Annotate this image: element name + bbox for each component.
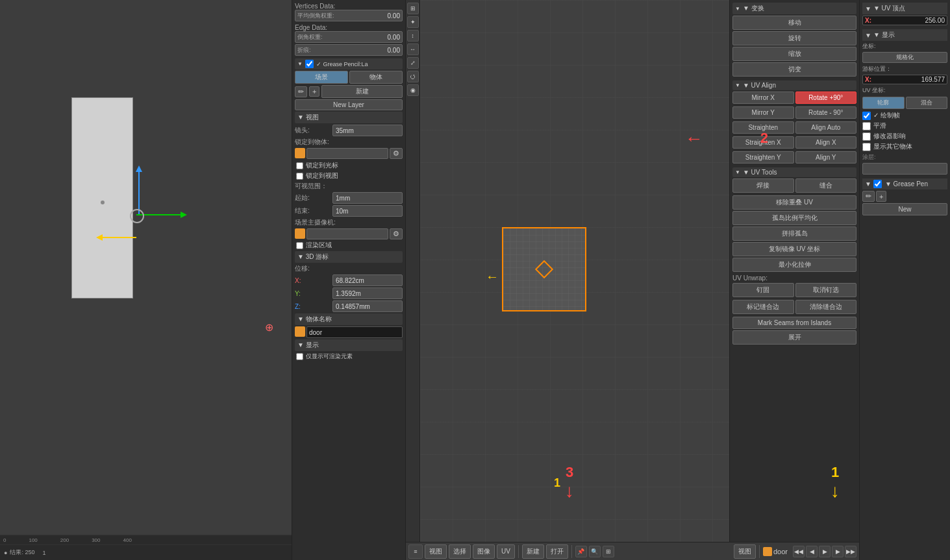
modifier-checkbox[interactable]	[862, 132, 871, 141]
rotate-btn[interactable]: 旋转	[732, 31, 856, 45]
mirror-x-btn[interactable]: Mirror X	[732, 91, 794, 104]
mark-seams-islands-btn[interactable]: Mark Seams from Islands	[732, 317, 856, 329]
object-btn[interactable]: 物体	[349, 71, 403, 84]
unpin-btn[interactable]: 取消钉选	[795, 283, 857, 297]
uv-strip-btn-5[interactable]: ⤢	[407, 57, 419, 69]
uv-strip-btn-2[interactable]: ✦	[407, 16, 419, 28]
uv-canvas[interactable]: ← 1	[420, 0, 729, 542]
viewport-3d[interactable]: ⊕ 0 100 200 300 400 ● 结果: 250 1	[0, 0, 292, 560]
display-header[interactable]: ▼ 显示	[295, 339, 403, 351]
new-layer-button[interactable]: New Layer	[295, 99, 403, 110]
grease-pen-plus-btn[interactable]: +	[876, 191, 886, 202]
normalize-btn[interactable]: 规格化	[862, 52, 947, 63]
straighten-y-btn[interactable]: Straighten Y	[732, 151, 794, 164]
only-render-checkbox[interactable]	[296, 353, 303, 360]
lock-cursor-checkbox[interactable]	[296, 162, 303, 169]
uv-strip-btn-4[interactable]: ↔	[407, 43, 419, 55]
grease-pen-checkbox[interactable]	[873, 180, 882, 188]
paint-icon-btn[interactable]: ✏	[295, 86, 307, 97]
grease-pen-header[interactable]: ▼ ▼ Grease Pen	[862, 178, 947, 189]
uv-align-header[interactable]: ▼ ▼ UV Align	[732, 80, 856, 90]
grease-pencil-checkbox[interactable]	[305, 60, 314, 68]
grease-pencil-header[interactable]: ▼ ✓ Grease Pencil:La	[295, 58, 403, 69]
remove-duplicate-btn[interactable]: 移除重叠 UV	[732, 195, 856, 210]
pin-btn[interactable]: 钉固	[732, 283, 794, 297]
island-scale-btn[interactable]: 孤岛比例平均化	[732, 211, 856, 225]
pack-islands-btn[interactable]: 拼排孤岛	[732, 226, 856, 241]
uv-strip-btn-7[interactable]: ◉	[407, 84, 419, 96]
uv-x-coord[interactable]: X: 256.00	[862, 16, 947, 25]
z-coord-row[interactable]: Z: 0.14857mm	[295, 300, 403, 312]
tab-blend[interactable]: 混合	[906, 97, 948, 109]
straighten-btn[interactable]: Straighten	[732, 121, 794, 134]
clear-seam-btn[interactable]: 清除缝合边	[795, 300, 857, 314]
mirror-y-btn[interactable]: Mirror Y	[732, 106, 794, 119]
uv-open-btn[interactable]: 打开	[546, 544, 568, 559]
uv-zoom-icon[interactable]: 🔍	[589, 546, 601, 557]
view-section-header[interactable]: ▼ 视图	[295, 112, 403, 123]
lock-view-checkbox[interactable]	[296, 173, 303, 180]
uv-view-btn2[interactable]: 视图	[734, 544, 756, 559]
transform-header[interactable]: ▼ ▼ 变换	[732, 3, 856, 14]
rotate-minus90-btn[interactable]: Rotate - 90°	[795, 106, 857, 119]
grease-new-btn[interactable]: New	[862, 203, 947, 215]
layer-bar[interactable]	[862, 163, 947, 175]
uv-mode-icon[interactable]: ≡	[408, 544, 423, 559]
uv-grid-icon[interactable]: ⊞	[603, 546, 614, 557]
align-auto-btn[interactable]: Align Auto	[795, 121, 857, 134]
y-coord-row[interactable]: Y: 1.3592m	[295, 287, 403, 299]
uv-select-btn[interactable]: 选择	[449, 544, 471, 559]
scale-btn[interactable]: 缩放	[732, 47, 856, 61]
uv-strip-btn-3[interactable]: ↕	[407, 30, 419, 42]
uv-nav-3[interactable]: ▶	[832, 546, 844, 557]
lock-object-settings[interactable]: ⚙	[390, 148, 403, 159]
mark-seam-btn[interactable]: 标记缝合边	[732, 300, 794, 314]
uv-strip-btn-6[interactable]: ⭯	[407, 71, 419, 82]
shear-btn[interactable]: 切变	[732, 62, 856, 77]
x-coord-row[interactable]: X: 68.822cm	[295, 274, 403, 286]
weld-btn[interactable]: 焊接	[732, 178, 794, 193]
uv-new-btn[interactable]: 新建	[522, 544, 544, 559]
uv-display-header[interactable]: ▼ ▼ 显示	[862, 29, 947, 41]
object-name-header[interactable]: ▼ 物体名称	[295, 313, 403, 325]
uv-pin-icon[interactable]: 📌	[575, 546, 587, 557]
uv-view-btn[interactable]: 视图	[425, 544, 447, 559]
lens-row[interactable]: 镜头: 35mm	[295, 125, 403, 136]
align-y-btn[interactable]: Align Y	[795, 151, 857, 164]
align-x-btn[interactable]: Align X	[795, 136, 857, 149]
rotate-plus90-btn[interactable]: Rotate +90°	[795, 91, 857, 104]
bevel-weight-row[interactable]: 倒角权重: 0.00	[295, 31, 403, 43]
paint-checkbox[interactable]	[862, 112, 871, 120]
unfold-btn[interactable]: 展开	[732, 330, 856, 345]
start-row[interactable]: 起始: 1mm	[295, 192, 403, 204]
uv-nav-2[interactable]: ◀	[806, 546, 818, 557]
uv-vertex-header[interactable]: ▼ ▼ UV 顶点	[862, 3, 947, 14]
render-region-checkbox[interactable]	[296, 242, 303, 249]
object-name-input[interactable]	[306, 326, 403, 338]
lock-object-btn[interactable]	[306, 148, 388, 159]
minimize-stretch-btn[interactable]: 最小化拉伸	[732, 258, 856, 272]
straighten-x-btn[interactable]: Straighten X	[732, 136, 794, 149]
camera-btn[interactable]	[306, 228, 388, 239]
uv-nav-4[interactable]: ▶▶	[845, 546, 856, 557]
crease-row[interactable]: 折痕: 0.00	[295, 44, 403, 56]
uv-nav-1[interactable]: ◀◀	[793, 546, 805, 557]
move-btn[interactable]: 移动	[732, 16, 856, 30]
end-row[interactable]: 结束: 10m	[295, 205, 403, 217]
mirror-uv-btn[interactable]: 复制镜像 UV 坐标	[732, 242, 856, 256]
camera-settings[interactable]: ⚙	[390, 228, 403, 239]
stitch-btn[interactable]: 缝合	[795, 178, 857, 193]
cursor-x-coord[interactable]: X: 169.577	[862, 75, 947, 84]
new-btn[interactable]: 新建	[321, 85, 403, 98]
tab-outline[interactable]: 轮廓	[862, 97, 905, 109]
cursor-3d-header[interactable]: ▼ 3D 游标	[295, 251, 403, 263]
show-other-checkbox[interactable]	[862, 143, 871, 151]
smooth-checkbox[interactable]	[862, 122, 871, 130]
scene-btn[interactable]: 场景	[295, 71, 348, 84]
uv-tools-header[interactable]: ▼ ▼ UV Tools	[732, 167, 856, 177]
uv-strip-btn-1[interactable]: ⊞	[407, 3, 419, 14]
plus-icon-btn[interactable]: +	[309, 86, 319, 97]
uv-uv-btn[interactable]: UV	[497, 544, 515, 559]
uv-play[interactable]: ▶	[819, 546, 831, 557]
uv-image-btn[interactable]: 图像	[473, 544, 495, 559]
